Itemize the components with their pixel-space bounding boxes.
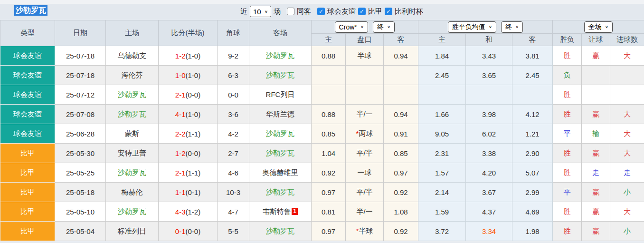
- fulltime-score: 0-1: [175, 227, 186, 235]
- handicap-text: 半/一: [356, 207, 372, 215]
- scope-select[interactable]: 全场 ∨: [584, 21, 613, 33]
- halftime-score: (1-1): [186, 130, 201, 138]
- table-row: 比甲 25-05-04 标准列日 0-1(0-0) 5-5 沙勒罗瓦 0.97 …: [0, 222, 644, 241]
- corner-count: 4-6: [218, 163, 249, 183]
- avg-draw-odds: 4.37: [466, 202, 512, 222]
- avg-draw-odds: 3.67: [466, 183, 512, 202]
- avg-home-odds: 2.31: [418, 144, 466, 163]
- subheader-avg-home: 主: [418, 34, 466, 46]
- corner-count: 5-5: [218, 222, 249, 241]
- goals-result: 大: [610, 202, 644, 222]
- avg-away-odds: 2.99: [512, 183, 553, 202]
- matches-label: 场: [274, 7, 281, 16]
- chevron-down-icon: ∨: [605, 25, 608, 29]
- avg-draw-odds: [466, 85, 512, 105]
- handicap-result: 输: [582, 124, 610, 144]
- match-date: 25-07-18: [55, 46, 106, 66]
- fulltime-score: 1-2: [175, 52, 186, 60]
- result-group-header: 全场 ∨: [553, 20, 644, 34]
- filter-friendly-checkbox[interactable]: ✓: [317, 8, 325, 15]
- fulltime-score: 2-2: [175, 130, 186, 138]
- handicap-text: 半球: [358, 51, 372, 59]
- avg-type-select[interactable]: 胜平负均值 ∨: [448, 21, 496, 33]
- handicap-text: 半/一: [356, 110, 372, 118]
- odds-company-select[interactable]: Crow* ∨: [335, 21, 368, 33]
- handicap-text: 平/半: [356, 188, 372, 196]
- avg-away-odds: 1.21: [512, 124, 553, 144]
- away-team: 沙勒罗瓦: [266, 149, 294, 157]
- fulltime-score: 4-1: [175, 110, 186, 118]
- away-team-cell: 沙勒罗瓦: [249, 46, 312, 66]
- match-date: 25-05-30: [55, 144, 106, 163]
- goals-result: 大: [610, 144, 644, 163]
- avg-state-select[interactable]: 终 ∨: [501, 21, 523, 33]
- match-type-badge: 比甲: [0, 144, 55, 163]
- away-team: 沙勒罗瓦: [266, 188, 294, 196]
- fulltime-score: 2-1: [175, 91, 186, 99]
- handicap-line: 平/半: [346, 144, 384, 163]
- matches-table: 类型 日期 主场 比分(半场) 角球 客场 Crow* ∨ 终 ∨: [0, 20, 644, 241]
- score-cell: 2-2(1-1): [159, 124, 218, 144]
- halftime-score: (0-0): [186, 227, 201, 235]
- avg-away-odds: 5.07: [512, 163, 553, 183]
- corner-count: 0-0: [218, 85, 249, 105]
- avg-draw-odds: 3.98: [466, 105, 512, 124]
- corner-count: 6-3: [218, 66, 249, 85]
- goals-result: 大: [610, 46, 644, 66]
- handicap-away-odds: 0.94: [384, 46, 418, 66]
- avg-type-value: 胜平负均值: [452, 23, 485, 31]
- halftime-score: (0-1): [186, 188, 201, 196]
- handicap-line: 一球: [346, 163, 384, 183]
- home-team: 沙勒罗瓦: [106, 85, 159, 105]
- score-cell: 1-2(0-0): [159, 144, 218, 163]
- match-type-badge: 球会友谊: [0, 124, 55, 144]
- home-team: 梅赫伦: [106, 183, 159, 202]
- match-type-badge: 球会友谊: [0, 46, 55, 66]
- score-cell: 1-1(0-1): [159, 183, 218, 202]
- match-result: 胜: [553, 85, 582, 105]
- corner-count: 2-7: [218, 144, 249, 163]
- match-date: 25-05-18: [55, 183, 106, 202]
- filter-cup-checkbox[interactable]: ✓: [385, 8, 392, 15]
- match-count-select[interactable]: 10 ∨: [250, 6, 271, 17]
- away-team-cell: 沙勒罗瓦: [249, 222, 312, 241]
- avg-home-odds: 2.14: [418, 183, 466, 202]
- avg-away-odds: [512, 85, 553, 105]
- filter-league-checkbox[interactable]: ✓: [358, 8, 366, 15]
- handicap-line: [346, 85, 384, 105]
- check-icon: ✓: [319, 8, 323, 15]
- match-result: 平: [553, 183, 582, 202]
- avg-group-header: 胜平负均值 ∨ 终 ∨: [418, 20, 553, 34]
- handicap-line: *半球: [346, 222, 384, 241]
- score-cell: 2-1(1-1): [159, 163, 218, 183]
- fulltime-score: 2-1: [175, 169, 186, 177]
- match-result: 胜: [553, 144, 582, 163]
- handicap-text: 两球: [359, 129, 373, 137]
- away-team-cell: 华斯兰德: [249, 105, 312, 124]
- match-type-badge: 比甲: [0, 163, 55, 183]
- handicap-home-odds: 1.04: [312, 144, 346, 163]
- goals-result: [610, 85, 644, 105]
- odds-state-value: 终: [377, 23, 384, 31]
- header-corner: 角球: [218, 20, 249, 46]
- odds-state-select[interactable]: 终 ∨: [373, 21, 395, 33]
- score-cell: 4-3(1-2): [159, 202, 218, 222]
- filter-controls: 近 10 ∨ 场 同客 ✓ 球会友谊 ✓ 比甲 ✓ 比利时杯: [240, 5, 423, 18]
- same-opponent-checkbox[interactable]: [287, 8, 294, 15]
- handicap-line: 半球: [346, 46, 384, 66]
- handicap-away-odds: 0.97: [384, 163, 418, 183]
- goals-result: 走: [610, 163, 644, 183]
- filter-cup-label: 比利时杯: [395, 7, 423, 16]
- avg-home-odds: 3.72: [418, 222, 466, 241]
- handicap-away-odds: 0.85: [384, 144, 418, 163]
- subheader-goals-result: 进球数: [610, 34, 644, 46]
- avg-away-odds: 2.90: [512, 144, 553, 163]
- handicap-result: 赢: [582, 144, 610, 163]
- halftime-score: (1-0): [186, 110, 201, 118]
- table-row: 球会友谊 25-07-18 海伦芬 1-0(1-0) 6-3 沙勒罗瓦 2.45…: [0, 66, 644, 85]
- away-team: 沙勒罗瓦: [266, 51, 294, 59]
- match-date: 25-07-12: [55, 85, 106, 105]
- handicap-away-odds: [384, 85, 418, 105]
- goals-result: [610, 66, 644, 85]
- handicap-home-odds: [312, 66, 346, 85]
